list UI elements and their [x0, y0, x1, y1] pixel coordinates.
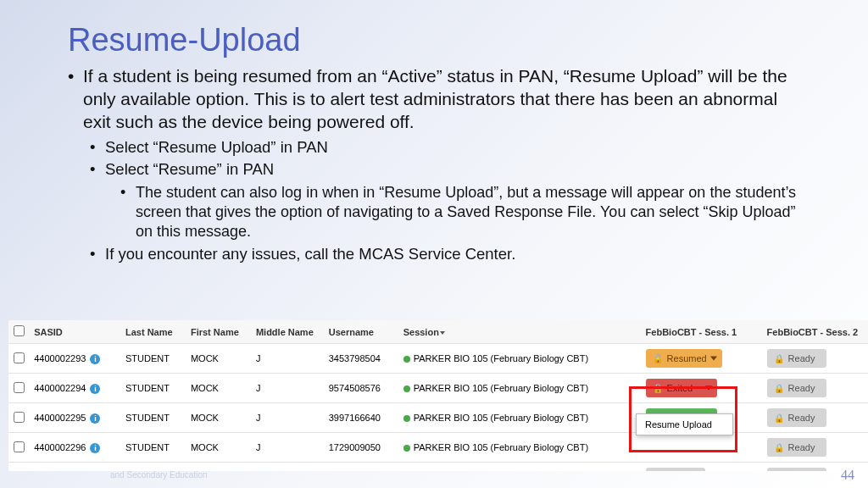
cell-last: STUDENT: [120, 374, 186, 403]
status-dot-icon: [403, 385, 410, 392]
hdr-user[interactable]: Username: [324, 320, 398, 344]
cell-sasid: 4400002295 i: [29, 403, 120, 433]
cell-last: STUDENT: [120, 403, 186, 433]
table-row: 4400002296 iSTUDENTMOCKJ1729009050PARKER…: [8, 433, 868, 463]
page-number: 44: [841, 468, 854, 483]
cell-sess1: [641, 433, 762, 463]
hdr-first[interactable]: First Name: [186, 320, 251, 344]
hdr-session[interactable]: Session: [398, 320, 641, 344]
status-dot-icon: [403, 445, 410, 452]
dropdown-item-resume-upload[interactable]: Resume Upload: [645, 419, 712, 430]
bullet-main-text: If a student is being resumed from an “A…: [83, 66, 787, 131]
cell-sess2: 🔒Ready: [762, 433, 868, 463]
lock-icon: 🔓: [653, 354, 663, 363]
cell-session: PARKER BIO 105 (February Biology CBT): [398, 374, 641, 403]
bullet-sub2-text: Select “Resume” in PAN: [105, 160, 274, 178]
cell-sasid: 4400002293 i: [29, 344, 120, 374]
status-dropdown-menu[interactable]: Resume Upload: [636, 413, 733, 435]
hdr-sess1[interactable]: FebBioCBT - Sess. 1: [641, 320, 762, 344]
cell-user: 3453798504: [324, 344, 398, 374]
cell-middle: J: [251, 403, 324, 433]
bullet-sub1: Select “Resume Upload” in PAN: [83, 137, 800, 158]
cell-sasid: 4400002296 i: [29, 433, 120, 463]
info-icon[interactable]: i: [90, 413, 100, 424]
select-all-checkbox[interactable]: [14, 325, 25, 336]
lock-icon: 🔒: [774, 413, 784, 423]
info-icon[interactable]: i: [90, 443, 100, 453]
cell-sess2: 🔒Ready: [762, 403, 868, 433]
cell-first: MOCK: [186, 433, 251, 463]
bullet-sub3: If you encounter any issues, call the MC…: [83, 244, 800, 264]
students-table: SASID Last Name First Name Middle Name U…: [8, 320, 868, 471]
row-checkbox[interactable]: [14, 352, 25, 363]
students-table-container: SASID Last Name First Name Middle Name U…: [8, 320, 868, 471]
status-exited[interactable]: 🔓Exited: [646, 379, 717, 397]
row-checkbox[interactable]: [14, 412, 25, 423]
caret-down-icon: [710, 357, 717, 361]
hdr-sess2[interactable]: FebBioCBT - Sess. 2: [762, 320, 868, 344]
cell-sess1: 🔓Resumed: [641, 344, 762, 374]
cell-first: MOCK: [186, 374, 251, 403]
hdr-session-label: Session: [403, 327, 439, 337]
status-ready[interactable]: 🔒Ready: [767, 468, 826, 471]
cell-middle: J: [251, 374, 324, 403]
lock-icon: 🔒: [774, 354, 784, 363]
status-ready[interactable]: 🔒Ready: [767, 379, 826, 397]
row-checkbox[interactable]: [14, 382, 25, 393]
cell-session: PARKER BIO 105 (February Biology CBT): [398, 403, 641, 433]
cell-last: STUDENT: [120, 344, 186, 374]
lock-icon: 🔒: [774, 443, 784, 452]
bullet-list: If a student is being resumed from an “A…: [68, 65, 800, 264]
info-icon[interactable]: i: [90, 354, 100, 364]
lock-icon: 🔒: [774, 384, 784, 393]
cell-session: PARKER BIO 105 (February Biology CBT): [398, 463, 641, 472]
status-ready[interactable]: 🔒Ready: [767, 408, 826, 427]
cell-first: MOCK: [186, 403, 251, 433]
cell-middle: J: [251, 463, 324, 472]
footer-subtitle: and Secondary Education: [110, 470, 208, 480]
status-dot-icon: [403, 415, 410, 422]
bullet-sub2: Select “Resume” in PAN The student can a…: [83, 159, 800, 241]
cell-first: MOCK: [186, 344, 251, 374]
cell-user: 1729009050: [324, 433, 398, 463]
cell-last: STUDENT: [120, 433, 186, 463]
status-ready[interactable]: 🔒Ready: [646, 468, 705, 471]
status-resumed[interactable]: 🔓Resumed: [646, 349, 722, 368]
cell-user: 9574508576: [324, 374, 398, 403]
status-dot-icon: [403, 356, 410, 363]
row-checkbox[interactable]: [14, 471, 25, 472]
cell-middle: J: [251, 344, 324, 374]
status-ready[interactable]: 🔒Ready: [767, 349, 826, 368]
cell-sasid: 4400002297 i: [29, 463, 120, 472]
cell-sess1: 🔓Exited: [641, 374, 762, 403]
cell-session: PARKER BIO 105 (February Biology CBT): [398, 433, 641, 463]
bullet-main: If a student is being resumed from an “A…: [68, 65, 800, 264]
table-row: 4400002294 iSTUDENTMOCKJ9574508576PARKER…: [8, 374, 868, 403]
status-ready[interactable]: 🔒Ready: [767, 438, 826, 457]
cell-user: 8226002036: [324, 463, 398, 472]
hdr-sasid[interactable]: SASID: [29, 320, 120, 344]
hdr-last[interactable]: Last Name: [120, 320, 186, 344]
cell-sess2: 🔒Ready: [762, 374, 868, 403]
cell-session: PARKER BIO 105 (February Biology CBT): [398, 344, 641, 374]
cell-user: 3997166640: [324, 403, 398, 433]
row-checkbox[interactable]: [14, 441, 25, 452]
cell-sess1: 🔒Ready: [641, 463, 762, 472]
hdr-checkbox[interactable]: [8, 320, 29, 344]
cell-middle: J: [251, 433, 324, 463]
bullet-sub2a: The student can also log in when in “Res…: [105, 183, 800, 241]
cell-sasid: 4400002294 i: [29, 374, 120, 403]
hdr-middle[interactable]: Middle Name: [251, 320, 324, 344]
cell-sess2: 🔒Ready: [762, 344, 868, 374]
caret-down-icon: [705, 386, 712, 391]
table-row: 4400002295 iSTUDENTMOCKJ3997166640PARKER…: [8, 403, 868, 433]
table-row: 4400002293 iSTUDENTMOCKJ3453798504PARKER…: [8, 344, 868, 374]
slide-title: Resume-Upload: [68, 22, 800, 58]
info-icon[interactable]: i: [90, 384, 100, 394]
lock-icon: 🔓: [653, 384, 663, 393]
sort-caret-icon: [440, 331, 445, 335]
